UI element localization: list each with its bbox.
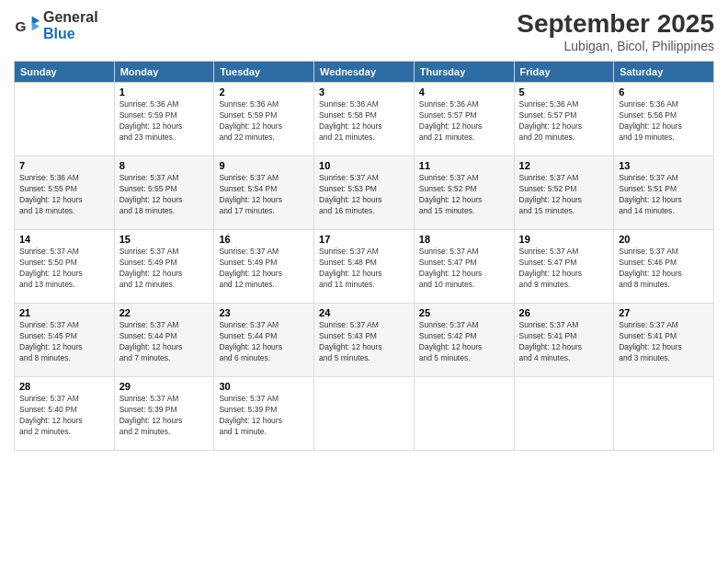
calendar-cell: 7Sunrise: 5:36 AM Sunset: 5:55 PM Daylig… — [15, 156, 115, 230]
day-info: Sunrise: 5:37 AM Sunset: 5:41 PM Dayligh… — [619, 320, 709, 364]
logo-text: General Blue — [43, 9, 98, 42]
calendar-week-2: 7Sunrise: 5:36 AM Sunset: 5:55 PM Daylig… — [15, 156, 714, 230]
day-number: 15 — [119, 234, 210, 245]
calendar-cell: 13Sunrise: 5:37 AM Sunset: 5:51 PM Dayli… — [614, 156, 714, 230]
calendar-cell: 10Sunrise: 5:37 AM Sunset: 5:53 PM Dayli… — [314, 156, 415, 230]
calendar-cell: 12Sunrise: 5:37 AM Sunset: 5:52 PM Dayli… — [514, 156, 614, 230]
header-wednesday: Wednesday — [314, 62, 415, 83]
calendar-cell: 16Sunrise: 5:37 AM Sunset: 5:49 PM Dayli… — [214, 230, 314, 304]
calendar-cell: 27Sunrise: 5:37 AM Sunset: 5:41 PM Dayli… — [614, 304, 714, 377]
calendar-week-4: 21Sunrise: 5:37 AM Sunset: 5:45 PM Dayli… — [15, 304, 714, 377]
day-number: 20 — [619, 234, 709, 245]
calendar-cell: 4Sunrise: 5:36 AM Sunset: 5:57 PM Daylig… — [414, 83, 514, 156]
day-info: Sunrise: 5:36 AM Sunset: 5:59 PM Dayligh… — [219, 99, 309, 144]
day-info: Sunrise: 5:37 AM Sunset: 5:48 PM Dayligh… — [319, 247, 409, 291]
day-info: Sunrise: 5:36 AM Sunset: 5:58 PM Dayligh… — [319, 99, 409, 144]
header: G General Blue September 2025 Lubigan, B… — [14, 9, 714, 53]
day-info: Sunrise: 5:36 AM Sunset: 5:59 PM Dayligh… — [119, 99, 210, 144]
day-info: Sunrise: 5:37 AM Sunset: 5:52 PM Dayligh… — [419, 173, 509, 217]
calendar-cell — [414, 377, 514, 451]
calendar-cell: 2Sunrise: 5:36 AM Sunset: 5:59 PM Daylig… — [214, 83, 314, 156]
calendar-cell: 19Sunrise: 5:37 AM Sunset: 5:47 PM Dayli… — [514, 230, 614, 304]
day-info: Sunrise: 5:37 AM Sunset: 5:45 PM Dayligh… — [19, 320, 109, 364]
calendar-cell: 28Sunrise: 5:37 AM Sunset: 5:40 PM Dayli… — [15, 377, 115, 451]
day-number: 27 — [619, 307, 709, 318]
calendar-cell: 24Sunrise: 5:37 AM Sunset: 5:43 PM Dayli… — [314, 304, 415, 377]
calendar-cell: 5Sunrise: 5:36 AM Sunset: 5:57 PM Daylig… — [514, 83, 614, 156]
title-block: September 2025 Lubigan, Bicol, Philippin… — [517, 9, 714, 53]
calendar-cell: 9Sunrise: 5:37 AM Sunset: 5:54 PM Daylig… — [214, 156, 314, 230]
calendar-cell — [614, 377, 714, 451]
day-number: 8 — [119, 160, 210, 171]
calendar-table: SundayMondayTuesdayWednesdayThursdayFrid… — [14, 61, 714, 451]
day-number: 12 — [519, 160, 609, 171]
logo-icon: G — [14, 13, 40, 39]
day-info: Sunrise: 5:37 AM Sunset: 5:49 PM Dayligh… — [119, 247, 210, 291]
calendar-cell: 11Sunrise: 5:37 AM Sunset: 5:52 PM Dayli… — [414, 156, 514, 230]
day-number: 18 — [419, 234, 509, 245]
day-info: Sunrise: 5:37 AM Sunset: 5:47 PM Dayligh… — [419, 247, 509, 291]
day-number: 10 — [319, 160, 409, 171]
calendar-cell: 18Sunrise: 5:37 AM Sunset: 5:47 PM Dayli… — [414, 230, 514, 304]
header-monday: Monday — [114, 62, 214, 83]
day-info: Sunrise: 5:36 AM Sunset: 5:55 PM Dayligh… — [19, 173, 109, 217]
day-number: 17 — [319, 234, 409, 245]
calendar-cell — [15, 83, 115, 156]
day-number: 22 — [119, 307, 210, 318]
day-info: Sunrise: 5:37 AM Sunset: 5:54 PM Dayligh… — [219, 173, 309, 217]
day-info: Sunrise: 5:37 AM Sunset: 5:50 PM Dayligh… — [19, 247, 109, 291]
header-friday: Friday — [514, 62, 614, 83]
calendar-cell — [514, 377, 614, 451]
calendar-cell: 21Sunrise: 5:37 AM Sunset: 5:45 PM Dayli… — [15, 304, 115, 377]
calendar-cell: 25Sunrise: 5:37 AM Sunset: 5:42 PM Dayli… — [414, 304, 514, 377]
day-number: 23 — [219, 307, 309, 318]
day-info: Sunrise: 5:37 AM Sunset: 5:55 PM Dayligh… — [119, 173, 210, 217]
day-number: 30 — [219, 381, 309, 392]
calendar-week-1: 1Sunrise: 5:36 AM Sunset: 5:59 PM Daylig… — [15, 83, 714, 156]
day-number: 4 — [419, 86, 509, 98]
day-info: Sunrise: 5:37 AM Sunset: 5:53 PM Dayligh… — [319, 173, 409, 217]
day-info: Sunrise: 5:37 AM Sunset: 5:42 PM Dayligh… — [419, 320, 509, 364]
day-number: 16 — [219, 234, 309, 245]
month-title: September 2025 — [517, 9, 714, 39]
header-tuesday: Tuesday — [214, 62, 314, 83]
day-number: 26 — [519, 307, 609, 318]
calendar-cell: 15Sunrise: 5:37 AM Sunset: 5:49 PM Dayli… — [114, 230, 214, 304]
calendar-cell: 23Sunrise: 5:37 AM Sunset: 5:44 PM Dayli… — [214, 304, 314, 377]
day-number: 21 — [19, 307, 109, 318]
day-number: 11 — [419, 160, 509, 171]
day-info: Sunrise: 5:37 AM Sunset: 5:40 PM Dayligh… — [19, 394, 109, 438]
header-thursday: Thursday — [414, 62, 514, 83]
calendar-cell: 20Sunrise: 5:37 AM Sunset: 5:46 PM Dayli… — [614, 230, 714, 304]
day-info: Sunrise: 5:37 AM Sunset: 5:43 PM Dayligh… — [319, 320, 409, 364]
day-info: Sunrise: 5:36 AM Sunset: 5:57 PM Dayligh… — [419, 99, 509, 144]
calendar-week-5: 28Sunrise: 5:37 AM Sunset: 5:40 PM Dayli… — [15, 377, 714, 451]
day-info: Sunrise: 5:36 AM Sunset: 5:56 PM Dayligh… — [619, 99, 709, 144]
day-number: 19 — [519, 234, 609, 245]
day-info: Sunrise: 5:37 AM Sunset: 5:41 PM Dayligh… — [519, 320, 609, 364]
day-info: Sunrise: 5:37 AM Sunset: 5:46 PM Dayligh… — [619, 247, 709, 291]
day-info: Sunrise: 5:37 AM Sunset: 5:44 PM Dayligh… — [219, 320, 309, 364]
day-number: 25 — [419, 307, 509, 318]
day-number: 6 — [619, 86, 709, 98]
day-info: Sunrise: 5:37 AM Sunset: 5:44 PM Dayligh… — [119, 320, 210, 364]
calendar-cell: 6Sunrise: 5:36 AM Sunset: 5:56 PM Daylig… — [614, 83, 714, 156]
day-number: 9 — [219, 160, 309, 171]
calendar-cell: 1Sunrise: 5:36 AM Sunset: 5:59 PM Daylig… — [114, 83, 214, 156]
location-title: Lubigan, Bicol, Philippines — [517, 39, 714, 53]
day-number: 24 — [319, 307, 409, 318]
header-saturday: Saturday — [614, 62, 714, 83]
day-number: 7 — [19, 160, 109, 171]
day-number: 28 — [19, 381, 109, 392]
calendar-cell: 8Sunrise: 5:37 AM Sunset: 5:55 PM Daylig… — [114, 156, 214, 230]
calendar-cell: 22Sunrise: 5:37 AM Sunset: 5:44 PM Dayli… — [114, 304, 214, 377]
day-number: 14 — [19, 234, 109, 245]
day-info: Sunrise: 5:37 AM Sunset: 5:39 PM Dayligh… — [119, 394, 210, 438]
calendar-cell: 30Sunrise: 5:37 AM Sunset: 5:39 PM Dayli… — [214, 377, 314, 451]
logo: G General Blue — [14, 9, 98, 42]
calendar-page: G General Blue September 2025 Lubigan, B… — [0, 0, 728, 563]
day-number: 1 — [119, 86, 210, 98]
calendar-cell: 3Sunrise: 5:36 AM Sunset: 5:58 PM Daylig… — [314, 83, 415, 156]
calendar-cell: 29Sunrise: 5:37 AM Sunset: 5:39 PM Dayli… — [114, 377, 214, 451]
day-info: Sunrise: 5:37 AM Sunset: 5:49 PM Dayligh… — [219, 247, 309, 291]
